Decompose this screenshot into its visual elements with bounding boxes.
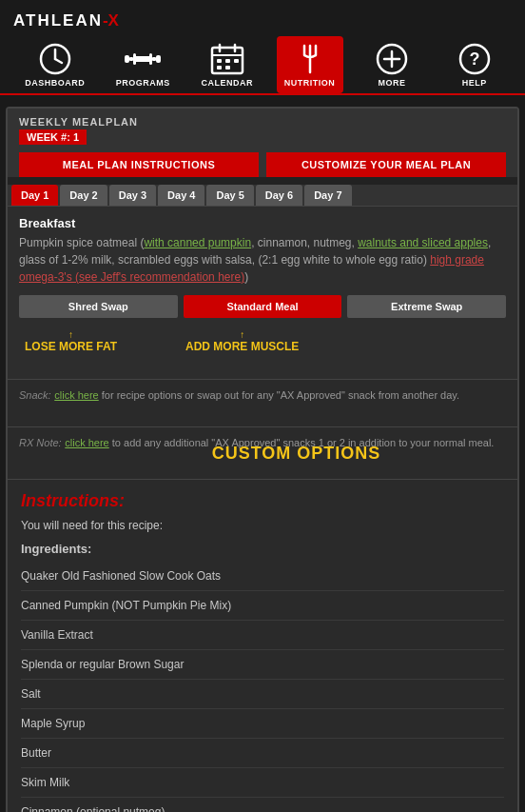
nav-item-help[interactable]: ? HELP <box>441 36 508 93</box>
list-item: Maple Syrup <box>21 709 504 739</box>
desc-prefix: Pumpkin spice oatmeal ( <box>19 236 144 249</box>
desc-mid1: , cinnamon, nutmeg, <box>251 236 358 249</box>
svg-rect-9 <box>156 55 161 63</box>
snack-text: click here for recipe options or swap ou… <box>54 389 459 401</box>
list-item: Canned Pumpkin (NOT Pumpkin Pie Mix) <box>21 591 504 621</box>
day-tab-1[interactable]: Day 1 <box>11 185 58 206</box>
nav-item-more[interactable]: MORE <box>359 36 425 93</box>
svg-rect-15 <box>225 59 230 63</box>
day-tab-6[interactable]: Day 6 <box>256 185 302 206</box>
svg-rect-5 <box>133 53 136 65</box>
rx-label: RX Note: <box>19 437 62 448</box>
list-item: Quaker Old Fashioned Slow Cook Oats <box>21 562 504 591</box>
nav-label-nutrition: NUTRITION <box>284 78 336 88</box>
brand-suffix: -X <box>103 11 119 30</box>
nav-label-help: HELP <box>462 78 487 88</box>
add-muscle-annotation: ↑ ADD MORE MUSCLE <box>185 329 299 353</box>
brand-name: ATHLEAN <box>13 11 103 30</box>
list-item: Butter <box>21 739 504 768</box>
annotations-area: ↑ LOSE MORE FAT ↑ ADD MORE MUSCLE <box>19 322 506 369</box>
nav-label-dashboard: DASHBOARD <box>25 78 85 88</box>
standard-meal-button[interactable]: Standard Meal <box>184 295 342 318</box>
svg-rect-17 <box>217 66 222 69</box>
clock-icon <box>36 42 74 76</box>
breakfast-label: Breakfast <box>19 216 506 230</box>
add-muscle-label: ADD MORE MUSCLE <box>185 340 299 353</box>
fork-icon <box>291 42 329 76</box>
meal-plan-instructions-button[interactable]: MEAL PLAN INSTRUCTIONS <box>19 152 259 177</box>
breakfast-box: Breakfast Pumpkin spice oatmeal (with ca… <box>8 207 517 380</box>
list-item: Salt <box>21 680 504 709</box>
desc-end: ) <box>244 270 248 284</box>
nav-label-calendar: CALENDAR <box>201 78 253 88</box>
list-item: Splenda or regular Brown Sugar <box>21 650 504 680</box>
plus-icon <box>373 42 411 76</box>
top-nav: ATHLEAN-X DASHBOARD <box>0 0 525 101</box>
dumbbell-icon <box>124 42 162 76</box>
link-walnuts[interactable]: walnuts and sliced apples <box>358 236 488 249</box>
snack-section: Snack: click here for recipe options or … <box>8 380 517 427</box>
day-tab-2[interactable]: Day 2 <box>60 185 107 206</box>
ingredients-list: Quaker Old Fashioned Slow Cook Oats Cann… <box>21 562 504 812</box>
svg-rect-16 <box>234 59 239 63</box>
nav-item-programs[interactable]: PROGRAMS <box>108 36 178 93</box>
svg-rect-18 <box>225 66 230 69</box>
instructions-section: Instructions: You will need for this rec… <box>8 480 517 812</box>
main-content: WEEKLY MEALPLAN WEEK #: 1 MEAL PLAN INST… <box>6 107 519 812</box>
desc-mid3: , (2:1 egg white to whole egg ratio) <box>252 253 430 267</box>
list-item: Skim Milk <box>21 768 504 798</box>
nav-item-dashboard[interactable]: DASHBOARD <box>17 36 92 93</box>
svg-rect-3 <box>125 55 129 63</box>
lose-fat-annotation: ↑ LOSE MORE FAT <box>25 329 117 353</box>
svg-text:?: ? <box>469 50 479 69</box>
day-tab-4[interactable]: Day 4 <box>158 185 204 206</box>
svg-rect-8 <box>152 57 156 61</box>
question-icon: ? <box>456 42 494 76</box>
nav-divider <box>0 93 525 95</box>
day-tabs: Day 1 Day 2 Day 3 Day 4 Day 5 Day 6 Day … <box>8 185 517 206</box>
rx-section: RX Note: click here to add any additiona… <box>8 427 517 480</box>
brand: ATHLEAN-X <box>0 8 525 36</box>
custom-options-label: CUSTOM OPTIONS <box>212 444 381 464</box>
snack-label: Snack: <box>19 389 51 401</box>
nav-item-nutrition[interactable]: NUTRITION <box>277 36 343 93</box>
lose-fat-label: LOSE MORE FAT <box>25 340 117 353</box>
mealplan-actions: MEAL PLAN INSTRUCTIONS CUSTOMIZE YOUR ME… <box>19 152 506 177</box>
svg-rect-7 <box>149 53 152 65</box>
list-item: Cinnamon (optional nutmeg) <box>21 798 504 812</box>
nav-item-calendar[interactable]: CALENDAR <box>193 36 261 93</box>
mealplan-title: WEEKLY MEALPLAN <box>19 116 506 128</box>
day-tab-3[interactable]: Day 3 <box>109 185 156 206</box>
svg-rect-14 <box>217 59 222 63</box>
extreme-swap-button[interactable]: Extreme Swap <box>347 295 506 318</box>
customize-meal-plan-button[interactable]: CUSTOMIZE YOUR MEAL PLAN <box>266 152 506 177</box>
nav-label-more: MORE <box>379 78 406 88</box>
shred-swap-button[interactable]: Shred Swap <box>19 295 178 318</box>
link-canned-pumpkin[interactable]: with canned pumpkin <box>144 236 251 249</box>
recipe-note: You will need for this recipe: <box>21 519 504 532</box>
rx-link[interactable]: click here <box>65 437 108 448</box>
list-item: Vanilla Extract <box>21 621 504 650</box>
week-label: WEEK #: 1 <box>19 129 87 145</box>
calendar-icon <box>208 42 246 76</box>
svg-rect-4 <box>129 57 133 61</box>
day-tab-7[interactable]: Day 7 <box>304 185 351 206</box>
svg-rect-6 <box>136 56 149 62</box>
breakfast-description: Pumpkin spice oatmeal (with canned pumpk… <box>19 234 506 286</box>
instructions-heading: Instructions: <box>21 491 504 511</box>
mealplan-header: WEEKLY MEALPLAN WEEK #: 1 MEAL PLAN INST… <box>8 109 517 177</box>
nav-label-programs: PROGRAMS <box>116 78 170 88</box>
swap-buttons: Shred Swap Standard Meal Extreme Swap <box>19 295 506 318</box>
meal-section: Breakfast Pumpkin spice oatmeal (with ca… <box>8 206 517 812</box>
day-tab-5[interactable]: Day 5 <box>206 185 253 206</box>
svg-line-2 <box>55 59 62 63</box>
nav-bar: DASHBOARD PROGRAMS <box>0 36 525 93</box>
ingredients-heading: Ingredients: <box>21 542 504 556</box>
snack-link[interactable]: click here <box>54 389 98 401</box>
